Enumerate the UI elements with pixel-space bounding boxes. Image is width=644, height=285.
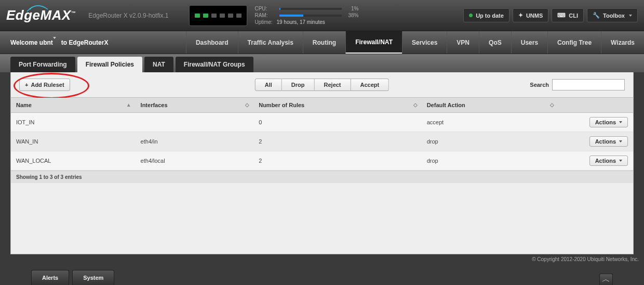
chevron-down-icon	[53, 37, 56, 46]
copyright: © Copyright 2012-2020 Ubiquiti Networks,…	[532, 256, 639, 262]
port-leds	[195, 14, 242, 18]
device-name: to EdgeRouterX	[61, 39, 109, 46]
unms-button[interactable]: ✦UNMS	[513, 8, 548, 22]
uptodate-button[interactable]: Up to date	[463, 8, 509, 22]
actions-button[interactable]: Actions	[589, 117, 628, 127]
wrench-icon: 🔧	[593, 12, 600, 19]
subtab-nat[interactable]: NAT	[144, 57, 173, 72]
nav-dashboard[interactable]: Dashboard	[186, 31, 238, 54]
welcome-user[interactable]: Welcome ubnt	[10, 39, 56, 46]
chevron-down-icon	[619, 160, 622, 162]
chevron-down-icon	[619, 140, 622, 142]
sort-icon: ◇	[413, 102, 418, 108]
chevron-up-icon: ︿	[602, 274, 610, 285]
bottom-tab-system[interactable]: System	[72, 270, 114, 285]
col-rules[interactable]: Number of Rules◇	[253, 98, 421, 113]
actions-button[interactable]: Actions	[589, 136, 628, 147]
col-default-action[interactable]: Default Action◇	[422, 98, 559, 113]
nav-traffic-analysis[interactable]: Traffic Analysis	[238, 31, 303, 54]
port-led	[211, 14, 217, 18]
port-led	[236, 14, 242, 18]
subtab-port-forwarding[interactable]: Port Forwarding	[10, 57, 75, 72]
filter-all[interactable]: All	[255, 79, 282, 91]
filter-accept[interactable]: Accept	[351, 79, 390, 91]
port-led	[228, 14, 233, 18]
search-label: Search	[530, 82, 549, 88]
port-led	[195, 14, 200, 18]
filter-reject[interactable]: Reject	[315, 79, 351, 91]
entries-info: Showing 1 to 3 of 3 entries	[11, 171, 633, 183]
sort-icon: ◇	[245, 102, 249, 108]
sort-icon: ◇	[550, 102, 554, 108]
nav-users[interactable]: Users	[511, 31, 547, 54]
nav-qos[interactable]: QoS	[479, 31, 511, 54]
nav-routing[interactable]: Routing	[303, 31, 345, 54]
filter-group: All Drop Reject Accept	[255, 79, 389, 91]
cli-button[interactable]: ⌨CLI	[552, 8, 584, 22]
table-row: WAN_LOCALeth4/local2drop Actions	[11, 151, 633, 171]
port-led	[220, 14, 225, 18]
terminal-icon: ⌨	[557, 12, 566, 19]
table-row: IOT_IN0accept Actions	[11, 113, 633, 132]
filter-drop[interactable]: Drop	[282, 79, 315, 91]
nav-wizards[interactable]: Wizards	[601, 31, 644, 54]
nav-services[interactable]: Services	[402, 31, 447, 54]
nav-vpn[interactable]: VPN	[447, 31, 479, 54]
svg-point-0	[30, 8, 31, 10]
nav-firewall-nat[interactable]: Firewall/NAT	[345, 31, 402, 54]
add-ruleset-button[interactable]: + Add Ruleset	[19, 79, 70, 91]
status-panel	[189, 5, 247, 26]
subtab-firewall-nat-groups[interactable]: Firewall/NAT Groups	[176, 57, 253, 72]
plus-icon: +	[25, 82, 28, 88]
subtab-firewall-policies[interactable]: Firewall Policies	[77, 57, 142, 72]
table-row: WAN_INeth4/in2drop Actions	[11, 132, 633, 151]
toolbox-button[interactable]: 🔧Toolbox	[587, 8, 638, 22]
sort-asc-icon: ▲	[126, 102, 131, 108]
actions-button[interactable]: Actions	[589, 156, 628, 166]
refresh-icon: ✦	[518, 12, 523, 19]
col-interfaces[interactable]: Interfaces◇	[136, 98, 254, 113]
system-stats: CPU:1% RAM:38% Uptime:19 hours, 17 minut…	[254, 5, 358, 25]
logo: EdgeMAX™	[6, 7, 76, 23]
port-led	[203, 14, 208, 18]
nav-config-tree[interactable]: Config Tree	[547, 31, 601, 54]
model-label: EdgeRouter X v2.0.9-hotfix.1	[88, 12, 168, 19]
main-nav: Dashboard Traffic Analysis Routing Firew…	[186, 31, 644, 54]
chevron-down-icon	[629, 15, 632, 17]
chevron-down-icon	[619, 121, 622, 123]
ruleset-table: Name▲ Interfaces◇ Number of Rules◇ Defau…	[11, 97, 633, 171]
collapse-button[interactable]: ︿	[599, 274, 613, 285]
bottom-tab-alerts[interactable]: Alerts	[31, 270, 69, 285]
col-name[interactable]: Name▲	[11, 98, 136, 113]
col-actions	[558, 98, 633, 113]
search-input[interactable]	[552, 79, 625, 90]
